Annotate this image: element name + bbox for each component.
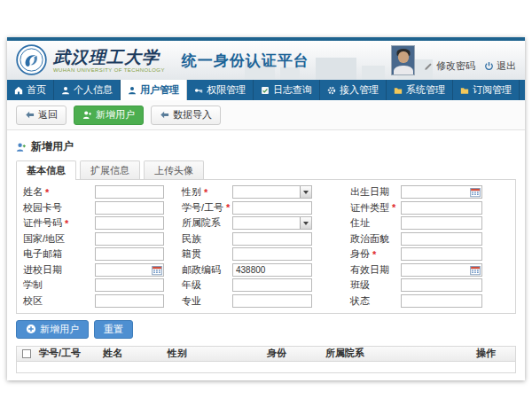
nav-tab-permission-mgmt[interactable]: 权限管理 — [187, 80, 254, 100]
email-input[interactable] — [96, 248, 163, 260]
country-region-input[interactable] — [96, 233, 163, 245]
change-password-link[interactable]: 修改密码 — [424, 59, 475, 75]
address-input[interactable] — [402, 217, 481, 229]
native-place-field — [232, 247, 312, 261]
import-arrow-icon — [160, 110, 169, 120]
required-mark: * — [392, 203, 395, 212]
id-number-input[interactable] — [96, 217, 163, 229]
gender-input[interactable] — [233, 186, 300, 198]
avatar-shirt — [394, 66, 413, 75]
field-label-email: 电子邮箱 — [20, 247, 95, 261]
toolbar: 返回 新增用户 数据导入 — [7, 100, 525, 130]
power-icon — [484, 61, 494, 71]
calendar-icon[interactable] — [470, 265, 481, 276]
nav-tab-label: 订阅管理 — [473, 83, 512, 97]
university-name-cn: 武汉理工大学 — [53, 48, 165, 67]
field-birth-date: 出生日期 — [350, 185, 512, 199]
identity-field — [401, 247, 482, 261]
plus-circle-icon — [26, 324, 36, 334]
grade-input[interactable] — [233, 279, 311, 291]
submit-label: 新增用户 — [40, 323, 79, 336]
field-label-name: 姓名* — [20, 185, 95, 199]
field-label-address: 住址 — [350, 216, 401, 230]
form-column-3: 出生日期证件类型*住址政治面貌身份*有效日期班级状态 — [350, 185, 512, 308]
user-plus-icon — [82, 110, 92, 120]
nav-tab-label: 个人信息 — [74, 83, 113, 97]
field-entry-date: 进校日期 — [20, 263, 182, 277]
tab-basic-info[interactable]: 基本信息 — [16, 160, 76, 180]
nav-tab-access-mgmt[interactable]: 接入管理 — [320, 80, 387, 100]
status-input[interactable] — [402, 295, 481, 307]
native-place-input[interactable] — [233, 248, 311, 260]
add-user-button[interactable]: 新增用户 — [74, 106, 144, 125]
tab-extended-info[interactable]: 扩展信息 — [80, 160, 140, 179]
campus-input[interactable] — [96, 295, 163, 307]
app-header: 武汉理工大学 WUHAN UNIVERSITY OF TECHNOLOGY 统一… — [7, 41, 525, 80]
folder-icon — [394, 86, 403, 95]
field-ethnicity: 民族 — [182, 232, 350, 246]
calendar-icon[interactable] — [470, 187, 481, 198]
name-input[interactable] — [96, 186, 163, 198]
education-length-input[interactable] — [96, 279, 163, 291]
nav-tab-label: 日志查询 — [273, 83, 312, 97]
section-title: 新增用户 — [31, 139, 74, 154]
nav-tab-label: 接入管理 — [340, 83, 379, 97]
field-major: 专业 — [182, 294, 350, 308]
col-header-student-no: 学号/工号 — [36, 347, 100, 360]
back-label: 返回 — [38, 108, 58, 121]
nav-tab-log-query[interactable]: 日志查询 — [254, 80, 320, 100]
gear-icon — [327, 86, 336, 95]
field-label-postal-code: 邮政编码 — [182, 263, 232, 277]
field-label-major: 专业 — [182, 294, 232, 308]
field-label-class: 班级 — [350, 278, 401, 292]
form-column-2: 性别*学号/工号*所属院系民族籍贯邮政编码年级专业 — [182, 185, 350, 308]
nav-tab-subscription-mgmt[interactable]: 订阅管理 — [453, 80, 520, 100]
nav-tab-user-mgmt[interactable]: 用户管理 — [121, 80, 187, 100]
id-type-input[interactable] — [402, 202, 481, 214]
nav-tab-label: 用户管理 — [140, 83, 179, 97]
field-grade: 年级 — [182, 278, 350, 292]
back-button[interactable]: 返回 — [16, 106, 66, 125]
dropdown-arrow-icon[interactable] — [300, 186, 311, 198]
logout-link[interactable]: 退出 — [484, 59, 516, 75]
form-tabs: 基本信息扩展信息上传头像 — [16, 160, 516, 179]
campus-card-no-input[interactable] — [96, 202, 163, 214]
entry-date-field — [95, 263, 164, 277]
field-class: 班级 — [350, 278, 512, 292]
required-mark: * — [226, 203, 230, 212]
field-label-id-type: 证件类型* — [350, 201, 401, 215]
class-input[interactable] — [402, 279, 481, 291]
nav-tab-label: 权限管理 — [207, 83, 246, 97]
gender-field — [232, 185, 312, 199]
email-field — [95, 247, 164, 261]
field-label-birth-date: 出生日期 — [350, 185, 401, 199]
identity-input[interactable] — [402, 248, 481, 260]
required-mark: * — [372, 250, 376, 259]
nav-tab-home[interactable]: 首页 — [7, 80, 54, 100]
department-input[interactable] — [233, 217, 300, 229]
select-all-checkbox[interactable] — [22, 349, 31, 358]
university-wordmark: 武汉理工大学 WUHAN UNIVERSITY OF TECHNOLOGY — [53, 48, 165, 73]
user-icon — [128, 86, 137, 95]
app-window: 武汉理工大学 WUHAN UNIVERSITY OF TECHNOLOGY 统一… — [7, 37, 525, 380]
empty-table-row — [17, 362, 515, 372]
col-header-gender: 性别 — [165, 347, 264, 360]
basic-info-form: 姓名*校园卡号证件号码*国家/地区电子邮箱进校日期学制校区性别*学号/工号*所属… — [20, 185, 512, 308]
tab-upload-avatar[interactable]: 上传头像 — [144, 160, 204, 179]
student-no-input[interactable] — [233, 202, 311, 214]
nav-tab-system-mgmt[interactable]: 系统管理 — [387, 80, 453, 100]
name-field — [95, 185, 164, 199]
nav-tab-profile[interactable]: 个人信息 — [54, 80, 121, 100]
calendar-icon[interactable] — [152, 265, 162, 276]
ethnicity-input[interactable] — [233, 233, 311, 245]
form-actions: 新增用户 重置 — [16, 314, 516, 346]
user-avatar[interactable] — [391, 45, 415, 75]
political-status-input[interactable] — [402, 233, 481, 245]
data-import-button[interactable]: 数据导入 — [151, 106, 221, 125]
reset-button[interactable]: 重置 — [94, 320, 133, 339]
submit-add-user-button[interactable]: 新增用户 — [16, 320, 89, 339]
major-input[interactable] — [233, 295, 311, 307]
dropdown-arrow-icon[interactable] — [300, 217, 311, 229]
building-silhouette — [362, 66, 385, 80]
postal-code-input[interactable] — [233, 264, 311, 276]
